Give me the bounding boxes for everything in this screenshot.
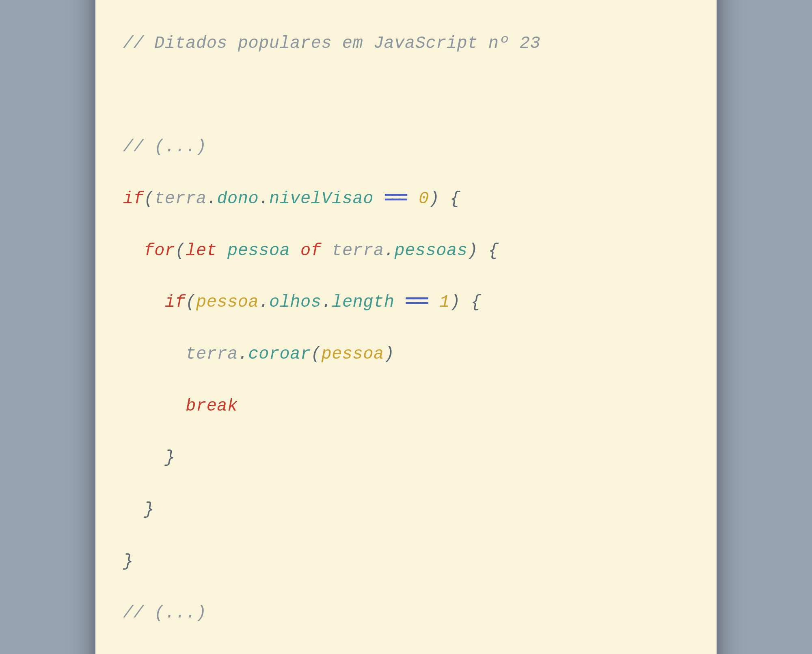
property: olhos bbox=[269, 293, 322, 312]
brace: { bbox=[450, 189, 460, 209]
space bbox=[321, 241, 332, 260]
code-block: // Ditados populares em JavaScript nº 23… bbox=[123, 5, 689, 654]
property: length bbox=[332, 293, 394, 312]
comment: // (...) bbox=[123, 137, 207, 157]
indent bbox=[123, 396, 186, 416]
space bbox=[217, 241, 227, 260]
space bbox=[429, 293, 440, 312]
paren: ) bbox=[429, 189, 440, 209]
dot: . bbox=[321, 293, 332, 312]
paren: ( bbox=[186, 293, 196, 312]
keyword-if: if bbox=[165, 293, 186, 312]
property: nivelVisao bbox=[269, 189, 374, 209]
number: 0 bbox=[419, 189, 429, 209]
property: pessoas bbox=[394, 241, 467, 260]
paren: ( bbox=[144, 189, 154, 209]
space bbox=[394, 293, 405, 312]
indent bbox=[123, 448, 165, 467]
variable: pessoa bbox=[196, 293, 259, 312]
paren: ) bbox=[384, 344, 395, 364]
space bbox=[290, 241, 300, 260]
code-line-5: for(let pessoa of terra.pessoas) { bbox=[123, 238, 689, 264]
space bbox=[478, 241, 488, 260]
indent bbox=[123, 500, 144, 519]
brace: } bbox=[144, 500, 154, 519]
variable: terra bbox=[332, 241, 384, 260]
code-line-8: break bbox=[123, 394, 689, 420]
code-line-12: // (...) bbox=[123, 600, 689, 626]
indent bbox=[123, 344, 186, 364]
dot: . bbox=[259, 189, 269, 209]
code-line-3: // (...) bbox=[123, 134, 689, 160]
variable: pessoa bbox=[321, 344, 384, 364]
comment: // (...) bbox=[123, 603, 207, 623]
comment: // Ditados populares em JavaScript nº 23 bbox=[123, 34, 540, 53]
dot: . bbox=[259, 293, 269, 312]
variable: terra bbox=[186, 344, 238, 364]
paren: ( bbox=[311, 344, 322, 364]
operator-equals: === bbox=[405, 293, 429, 312]
variable: pessoa bbox=[227, 241, 290, 260]
code-window: // Ditados populares em JavaScript nº 23… bbox=[95, 0, 717, 654]
space bbox=[408, 189, 419, 209]
indent bbox=[123, 241, 144, 260]
code-line-blank bbox=[123, 83, 689, 109]
paren: ( bbox=[175, 241, 186, 260]
indent bbox=[123, 293, 165, 312]
brace: } bbox=[165, 448, 175, 467]
space bbox=[374, 189, 384, 209]
dot: . bbox=[207, 189, 217, 209]
keyword-for: for bbox=[144, 241, 175, 260]
keyword-of: of bbox=[300, 241, 321, 260]
code-line-7: terra.coroar(pessoa) bbox=[123, 342, 689, 368]
space bbox=[460, 293, 471, 312]
paren: ) bbox=[467, 241, 478, 260]
code-line-9: } bbox=[123, 445, 689, 471]
space bbox=[439, 189, 450, 209]
brace: { bbox=[488, 241, 499, 260]
operator-equals: === bbox=[384, 189, 408, 209]
brace: } bbox=[123, 552, 134, 571]
code-line-1: // Ditados populares em JavaScript nº 23 bbox=[123, 31, 689, 57]
brace: { bbox=[471, 293, 482, 312]
property: dono bbox=[217, 189, 259, 209]
keyword-if: if bbox=[123, 189, 144, 209]
paren: ) bbox=[450, 293, 460, 312]
method: coroar bbox=[248, 344, 311, 364]
keyword-let: let bbox=[186, 241, 217, 260]
code-line-10: } bbox=[123, 497, 689, 523]
code-line-6: if(pessoa.olhos.length === 1) { bbox=[123, 290, 689, 316]
variable: terra bbox=[154, 189, 207, 209]
dot: . bbox=[384, 241, 395, 260]
code-line-11: } bbox=[123, 549, 689, 575]
dot: . bbox=[238, 344, 248, 364]
number: 1 bbox=[439, 293, 450, 312]
code-line-4: if(terra.dono.nivelVisao === 0) { bbox=[123, 186, 689, 212]
keyword-break: break bbox=[186, 396, 238, 416]
